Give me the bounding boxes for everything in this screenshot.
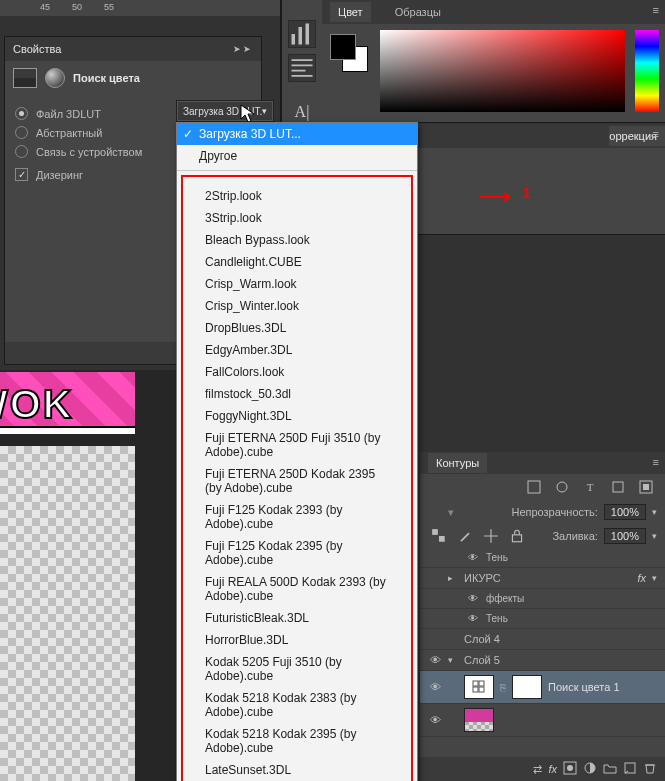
dropdown-item[interactable]: Fuji F125 Kodak 2395 (by Adobe).cube [183,535,411,571]
dropdown-item[interactable]: DropBlues.3DL [183,317,411,339]
layers-footer: ⇄ fx [420,757,665,781]
canvas-content[interactable]: WOK [0,372,135,434]
radio-device-link[interactable] [15,145,28,158]
layer-row[interactable]: 👁 [420,704,665,737]
visibility-eye-icon[interactable]: 👁 [428,681,442,693]
svg-rect-14 [640,481,652,493]
dropdown-item[interactable]: Fuji ETERNA 250D Fuji 3510 (by Adobe).cu… [183,427,411,463]
layer-row[interactable]: ▸ ИКУРС fx ▾ [420,568,665,589]
new-adjustment-icon[interactable] [583,761,597,777]
dropdown-item-other[interactable]: Другое [177,145,417,167]
layer-mask-thumb[interactable] [512,675,542,699]
layer-row-selected[interactable]: 👁 ⎘ Поиск цвета 1 [420,671,665,704]
fill-value[interactable]: 100% [604,528,646,544]
dropdown-item[interactable]: FuturisticBleak.3DL [183,607,411,629]
3dlut-dropdown[interactable]: Загрузка 3D LUT... ▾ [176,100,274,122]
panel-menu-icon[interactable]: ≡ [653,128,659,140]
layer-row[interactable]: 👁 ▾ Слой 5 [420,650,665,671]
layer-effect-row[interactable]: 👁 Тень [420,548,665,568]
dropdown-item[interactable]: Kodak 5218 Kodak 2395 (by Adobe).cube [183,723,411,759]
layer-effects-header[interactable]: 👁 ффекты [420,589,665,609]
layer-name: Слой 4 [464,633,500,645]
checkbox-dithering-label: Дизеринг [36,169,83,181]
radio-abstract-label: Абстрактный [36,127,102,139]
dropdown-item[interactable]: Crisp_Winter.look [183,295,411,317]
tab-swatches[interactable]: Образцы [387,2,449,22]
new-group-icon[interactable] [603,761,617,777]
canvas-transparent-area[interactable] [0,446,135,781]
foreground-background-swatch[interactable] [330,34,366,70]
lock-pixels-icon[interactable] [454,525,476,547]
dropdown-item[interactable]: 3Strip.look [183,207,411,229]
link-icon[interactable]: ⎘ [500,682,506,693]
dropdown-item[interactable]: Candlelight.CUBE [183,251,411,273]
svg-rect-18 [512,535,521,542]
filter-adjustment-icon[interactable] [551,476,573,498]
chevron-down-icon[interactable]: ▾ [652,573,657,583]
delete-layer-icon[interactable] [643,761,657,777]
dropdown-item[interactable]: EdgyAmber.3DL [183,339,411,361]
dropdown-item[interactable]: filmstock_50.3dl [183,383,411,405]
layer-effect-row[interactable]: 👁 Тень [420,609,665,629]
svg-rect-17 [439,536,445,542]
hue-strip[interactable] [635,30,659,112]
twirl-down-icon[interactable]: ▸ [448,573,458,583]
opacity-value[interactable]: 100% [604,504,646,520]
paragraph-icon[interactable] [288,54,316,82]
dropdown-item[interactable]: Bleach Bypass.look [183,229,411,251]
dropdown-item[interactable]: Fuji ETERNA 250D Kodak 2395 (by Adobe).c… [183,463,411,499]
layer-row[interactable]: Слой 4 [420,629,665,650]
panel-menu-icon[interactable]: ≡ [653,4,659,16]
dropdown-item[interactable]: FallColors.look [183,361,411,383]
color-field[interactable] [380,30,625,112]
checkbox-dithering[interactable] [15,168,28,181]
collapse-button-icon[interactable]: ➤➤ [233,44,253,54]
histogram-icon[interactable] [288,20,316,48]
lock-transparency-icon[interactable] [428,525,450,547]
visibility-eye-icon[interactable]: 👁 [466,552,480,563]
visibility-eye-icon[interactable]: 👁 [466,593,480,604]
filter-type-icon[interactable]: T [579,476,601,498]
adjustment-layer-thumb[interactable] [464,675,494,699]
dropdown-item[interactable]: Kodak 5218 Kodak 2383 (by Adobe).cube [183,687,411,723]
twirl-down-icon[interactable]: ▾ [448,655,458,665]
fx-badge[interactable]: fx [637,572,646,584]
chevron-down-icon: ▾ [262,106,267,116]
tab-paths[interactable]: Контуры [428,453,487,473]
radio-3dlut-file[interactable] [15,107,28,120]
dropdown-item[interactable]: Crisp_Warm.look [183,273,411,295]
filter-pixel-icon[interactable] [523,476,545,498]
visibility-eye-icon[interactable]: 👁 [428,714,442,726]
dropdown-item[interactable]: 2Strip.look [183,185,411,207]
chevron-down-icon[interactable]: ▾ [652,507,657,517]
radio-abstract[interactable] [15,126,28,139]
foreground-color-swatch[interactable] [330,34,356,60]
dropdown-item[interactable]: FoggyNight.3DL [183,405,411,427]
visibility-eye-icon[interactable]: 👁 [466,613,480,624]
dropdown-item[interactable]: LateSunset.3DL [183,759,411,781]
dropdown-item[interactable]: HorrorBlue.3DL [183,629,411,651]
dropdown-item[interactable]: Fuji F125 Kodak 2393 (by Adobe).cube [183,499,411,535]
filter-shape-icon[interactable] [607,476,629,498]
tab-color[interactable]: Цвет [330,2,371,22]
svg-rect-22 [479,687,484,692]
link-layers-icon[interactable]: ⇄ [533,763,542,776]
layer-thumb[interactable] [464,708,494,732]
svg-rect-21 [473,687,478,692]
layer-fx-icon[interactable]: fx [548,763,557,775]
ruler-tick: 50 [72,2,82,12]
add-mask-icon[interactable] [563,761,577,777]
chevron-down-icon[interactable]: ▾ [652,531,657,541]
dropdown-item-selected[interactable]: Загрузка 3D LUT... [177,123,417,145]
new-layer-icon[interactable] [623,761,637,777]
dropdown-item[interactable]: Fuji REALA 500D Kodak 2393 (by Adobe).cu… [183,571,411,607]
lock-position-icon[interactable] [480,525,502,547]
dropdown-item[interactable]: Kodak 5205 Fuji 3510 (by Adobe).cube [183,651,411,687]
filter-smart-icon[interactable] [635,476,657,498]
panel-menu-icon[interactable]: ≡ [653,456,659,468]
lock-all-icon[interactable] [506,525,528,547]
ruler-tick: 55 [104,2,114,12]
visibility-eye-icon[interactable]: 👁 [428,654,442,666]
paths-panel: Контуры ≡ T [420,452,665,500]
effects-label: ффекты [486,593,524,604]
